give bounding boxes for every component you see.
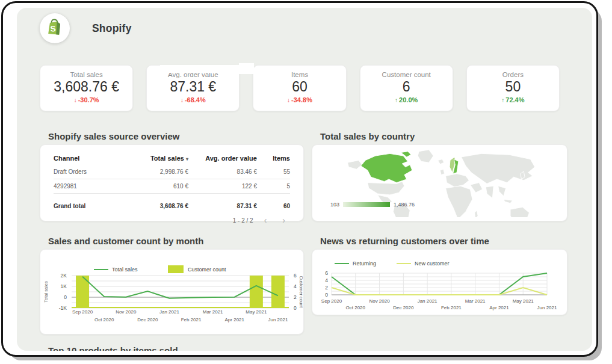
sales-source-card: ChannelTotal sales▾Avg. order valueItems… bbox=[40, 144, 304, 221]
table-cell: Draft Orders bbox=[54, 165, 129, 179]
kpi-value: 60 bbox=[253, 79, 345, 95]
column-header-channel[interactable]: Channel bbox=[54, 151, 129, 165]
sales-by-month-card: 2K1K0-1K6420Total salesCustomer countSep… bbox=[40, 249, 304, 335]
table-cell: 83.46 € bbox=[188, 165, 257, 179]
legend-gradient-bar bbox=[343, 202, 390, 207]
pagination-next-button[interactable]: › bbox=[277, 215, 290, 225]
pagination-label: 1 - 2 / 2 bbox=[233, 217, 253, 224]
svg-text:Customer count: Customer count bbox=[298, 276, 303, 309]
svg-text:Returning: Returning bbox=[353, 261, 376, 267]
kpi-value: 6 bbox=[360, 79, 453, 95]
svg-text:Oct 2020: Oct 2020 bbox=[346, 305, 366, 310]
kpi-value: 3,608.76 € bbox=[40, 79, 132, 95]
arrow-down-icon: ↓ bbox=[287, 97, 290, 103]
table-header-row: ChannelTotal sales▾Avg. order valueItems bbox=[54, 151, 290, 165]
map-alaska bbox=[348, 160, 362, 169]
table-row: Draft Orders2,998.76 €83.46 €55 bbox=[54, 165, 290, 179]
table-cell: 4292981 bbox=[54, 179, 129, 194]
arrow-up-icon: ↑ bbox=[395, 97, 398, 103]
table-cell: 55 bbox=[257, 165, 290, 179]
table-cell: Grand total bbox=[54, 194, 129, 214]
column-header-avg-order-value[interactable]: Avg. order value bbox=[188, 151, 257, 165]
map-iceland bbox=[438, 159, 444, 164]
customers-over-time-chart: 6420Sep 2020Oct 2020Nov 2020Dec 2020Jan … bbox=[312, 250, 567, 315]
svg-text:Jun 2021: Jun 2021 bbox=[268, 317, 288, 322]
section-title-sales-by-month: Sales and customer count by month bbox=[48, 236, 304, 246]
sales-source-table: ChannelTotal sales▾Avg. order valueItems… bbox=[54, 151, 290, 213]
svg-text:Jan 2021: Jan 2021 bbox=[159, 309, 179, 315]
customers-over-time-card: 6420Sep 2020Oct 2020Nov 2020Dec 2020Jan … bbox=[312, 249, 567, 315]
arrow-down-icon: ↓ bbox=[181, 97, 184, 103]
kpi-card-orders: Orders50↑72.4% bbox=[466, 65, 560, 111]
svg-text:Mar 2021: Mar 2021 bbox=[465, 298, 486, 304]
shopify-logo: S bbox=[40, 13, 70, 43]
svg-text:0: 0 bbox=[64, 294, 67, 300]
table-cell: 87.31 € bbox=[188, 194, 257, 214]
grand-total-row: Grand total3,608.76 €87.31 €60 bbox=[54, 194, 290, 214]
kpi-label: Customer count bbox=[360, 71, 453, 78]
section-title-top-products: Top 10 products by items sold bbox=[48, 345, 568, 351]
dashboard: S Shopify Total sales3,608.76 €↓-30.7%Av… bbox=[17, 8, 592, 351]
svg-text:Sep 2020: Sep 2020 bbox=[72, 309, 93, 315]
map-australia bbox=[510, 207, 529, 217]
map-color-legend: 103 1,486.76 bbox=[330, 202, 415, 208]
svg-text:Total sales: Total sales bbox=[43, 281, 49, 303]
section-title-sales-source: Shopify sales source overview bbox=[48, 131, 304, 141]
table-cell: 60 bbox=[257, 194, 290, 214]
section-title-customers-over-time: News vs returning customers over time bbox=[320, 236, 567, 246]
map-se-asia bbox=[498, 186, 506, 196]
svg-text:S: S bbox=[50, 24, 56, 34]
svg-text:Apr 2021: Apr 2021 bbox=[489, 305, 509, 310]
svg-text:2K: 2K bbox=[61, 273, 67, 279]
dashboard-header: S Shopify bbox=[40, 13, 568, 44]
svg-text:May 2021: May 2021 bbox=[246, 309, 267, 315]
table-cell: 2,998.76 € bbox=[129, 165, 188, 179]
svg-text:Feb 2021: Feb 2021 bbox=[441, 305, 462, 310]
kpi-label: Total sales bbox=[40, 71, 132, 78]
svg-text:Oct 2020: Oct 2020 bbox=[94, 317, 114, 322]
column-header-items[interactable]: Items bbox=[257, 151, 290, 165]
map-asia bbox=[461, 153, 534, 184]
kpi-value: 87.31 € bbox=[147, 79, 239, 95]
svg-text:Customer count: Customer count bbox=[188, 267, 226, 273]
svg-text:May 2021: May 2021 bbox=[513, 298, 534, 304]
svg-text:Jan 2021: Jan 2021 bbox=[418, 298, 437, 304]
kpi-delta-value: -30.7% bbox=[78, 96, 99, 103]
svg-text:Nov 2020: Nov 2020 bbox=[116, 309, 137, 315]
map-indonesia bbox=[504, 199, 513, 203]
map-madagascar bbox=[475, 211, 478, 217]
svg-text:Apr 2021: Apr 2021 bbox=[225, 317, 245, 322]
render-artifact bbox=[239, 63, 254, 74]
section-title-sales-by-country: Total sales by country bbox=[320, 131, 567, 141]
table-pagination: 1 - 2 / 2 ‹ › bbox=[54, 215, 290, 225]
sort-desc-icon: ▾ bbox=[186, 156, 188, 162]
pagination-prev-button[interactable]: ‹ bbox=[259, 215, 272, 225]
column-header-total-sales[interactable]: Total sales▾ bbox=[129, 151, 188, 165]
map-india bbox=[486, 186, 493, 198]
map-country-canada[interactable] bbox=[361, 152, 412, 183]
kpi-label: Orders bbox=[467, 71, 559, 78]
kpi-delta-value: 72.4% bbox=[505, 96, 524, 103]
svg-text:Mar 2021: Mar 2021 bbox=[203, 309, 223, 315]
arrow-down-icon: ↓ bbox=[74, 97, 77, 103]
svg-text:1K: 1K bbox=[61, 283, 67, 289]
legend-max-value: 1,486.76 bbox=[394, 202, 415, 208]
kpi-row: Total sales3,608.76 €↓-30.7%Avg. order v… bbox=[40, 65, 560, 111]
svg-text:6: 6 bbox=[294, 273, 297, 279]
app-window: S Shopify Total sales3,608.76 €↓-30.7%Av… bbox=[1, 1, 598, 357]
kpi-delta: ↑20.0% bbox=[360, 96, 453, 103]
kpi-delta: ↓-68.4% bbox=[147, 96, 239, 103]
svg-text:-1K: -1K bbox=[59, 305, 67, 311]
kpi-value: 50 bbox=[467, 79, 559, 95]
map-usa bbox=[368, 182, 404, 195]
kpi-label: Items bbox=[253, 71, 345, 78]
arrow-up-icon: ↑ bbox=[501, 97, 504, 103]
kpi-card-customer-count: Customer count6↑20.0% bbox=[360, 65, 453, 111]
table-cell: 610 € bbox=[129, 179, 188, 194]
svg-text:2: 2 bbox=[325, 285, 328, 291]
kpi-delta: ↑72.4% bbox=[467, 96, 559, 103]
svg-text:Dec 2020: Dec 2020 bbox=[393, 305, 414, 310]
svg-text:Jun 2021: Jun 2021 bbox=[537, 305, 557, 310]
svg-text:Total sales: Total sales bbox=[112, 267, 138, 273]
kpi-card-total-sales: Total sales3,608.76 €↓-30.7% bbox=[40, 65, 133, 111]
